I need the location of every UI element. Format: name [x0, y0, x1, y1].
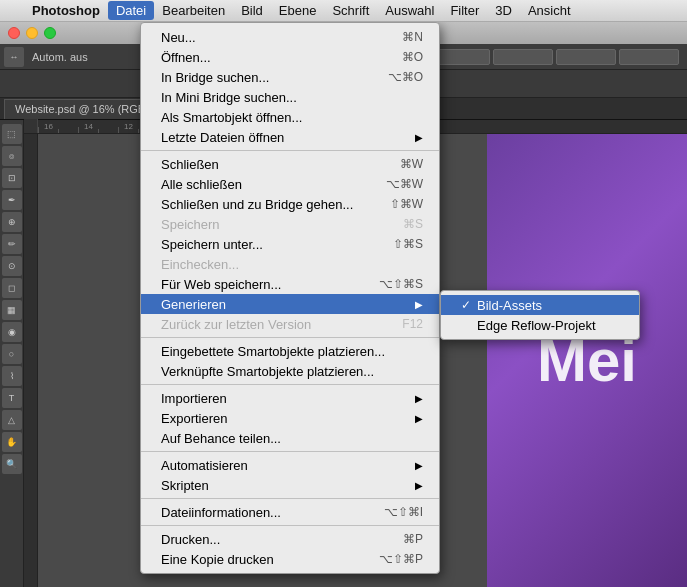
- eraser-tool-icon[interactable]: ◻: [2, 278, 22, 298]
- ruler-corner: [24, 119, 38, 133]
- clone-tool-icon[interactable]: ⊙: [2, 256, 22, 276]
- menu-auswahl[interactable]: Auswahl: [377, 1, 442, 20]
- submenu-item-bild-assets[interactable]: ✓ Bild-Assets: [441, 295, 639, 315]
- maximize-button[interactable]: [44, 27, 56, 39]
- toolbar-option-2: [493, 49, 553, 65]
- hand-tool-icon[interactable]: ✋: [2, 432, 22, 452]
- separator-5: [141, 498, 439, 499]
- menu-item-letzte-version: Zurück zur letzten Version F12: [141, 314, 439, 334]
- left-tool-panel: ⬚ ⌾ ⊡ ✒ ⊕ ✏ ⊙ ◻ ▦ ◉ ○ ⌇ T △ ✋ 🔍: [0, 120, 24, 587]
- type-tool-icon[interactable]: T: [2, 388, 22, 408]
- canvas-content: Mei: [487, 134, 687, 587]
- separator-3: [141, 384, 439, 385]
- menu-ebene[interactable]: Ebene: [271, 1, 325, 20]
- dodge-tool-icon[interactable]: ○: [2, 344, 22, 364]
- ruler-vertical: [24, 134, 38, 587]
- menu-item-neu[interactable]: Neu... ⌘N: [141, 27, 439, 47]
- menu-item-skripten[interactable]: Skripten ▶: [141, 475, 439, 495]
- menu-item-generieren[interactable]: Generieren ▶: [141, 294, 439, 314]
- menu-ansicht[interactable]: Ansicht: [520, 1, 579, 20]
- edge-reflow-label: Edge Reflow-Projekt: [477, 318, 596, 333]
- crop-tool-icon[interactable]: ⊡: [2, 168, 22, 188]
- menu-item-drucken[interactable]: Drucken... ⌘P: [141, 529, 439, 549]
- menu-item-schliessen-bridge[interactable]: Schließen und zu Bridge gehen... ⇧⌘W: [141, 194, 439, 214]
- autom-label: Autom. aus: [32, 51, 88, 63]
- menu-schrift[interactable]: Schrift: [324, 1, 377, 20]
- menu-item-schliessen[interactable]: Schließen ⌘W: [141, 154, 439, 174]
- submenu-item-edge-reflow[interactable]: ✓ Edge Reflow-Projekt: [441, 315, 639, 335]
- menu-item-fuer-web[interactable]: Für Web speichern... ⌥⇧⌘S: [141, 274, 439, 294]
- close-button[interactable]: [8, 27, 20, 39]
- menubar: Photoshop Datei Bearbeiten Bild Ebene Sc…: [0, 0, 687, 22]
- selection-tool-icon[interactable]: ⬚: [2, 124, 22, 144]
- separator-6: [141, 525, 439, 526]
- menu-item-importieren[interactable]: Importieren ▶: [141, 388, 439, 408]
- lasso-tool-icon[interactable]: ⌾: [2, 146, 22, 166]
- menu-item-alle-schliessen[interactable]: Alle schließen ⌥⌘W: [141, 174, 439, 194]
- app-name[interactable]: Photoshop: [24, 1, 108, 20]
- heal-tool-icon[interactable]: ⊕: [2, 212, 22, 232]
- datei-dropdown-menu[interactable]: Neu... ⌘N Öffnen... ⌘O In Bridge suchen.…: [140, 22, 440, 574]
- menu-filter[interactable]: Filter: [442, 1, 487, 20]
- menu-item-bridge[interactable]: In Bridge suchen... ⌥⌘O: [141, 67, 439, 87]
- toolbar-option-3: [556, 49, 616, 65]
- menu-item-speichern: Speichern ⌘S: [141, 214, 439, 234]
- generieren-submenu[interactable]: ✓ Bild-Assets ✓ Edge Reflow-Projekt: [440, 290, 640, 340]
- separator-1: [141, 150, 439, 151]
- minimize-button[interactable]: [26, 27, 38, 39]
- brush-tool-icon[interactable]: ✏: [2, 234, 22, 254]
- menu-datei[interactable]: Datei: [108, 1, 154, 20]
- gradient-tool-icon[interactable]: ▦: [2, 300, 22, 320]
- checkmark-icon: ✓: [461, 298, 471, 312]
- menu-bearbeiten[interactable]: Bearbeiten: [154, 1, 233, 20]
- toolbar-option-4: [619, 49, 679, 65]
- pen-tool-icon[interactable]: ⌇: [2, 366, 22, 386]
- move-tool[interactable]: ↔: [4, 47, 24, 67]
- eyedropper-tool-icon[interactable]: ✒: [2, 190, 22, 210]
- menu-item-automatisieren[interactable]: Automatisieren ▶: [141, 455, 439, 475]
- menu-item-speichern-unter[interactable]: Speichern unter... ⇧⌘S: [141, 234, 439, 254]
- separator-4: [141, 451, 439, 452]
- menu-item-kopie-drucken[interactable]: Eine Kopie drucken ⌥⇧⌘P: [141, 549, 439, 569]
- menu-item-oeffnen[interactable]: Öffnen... ⌘O: [141, 47, 439, 67]
- menu-3d[interactable]: 3D: [487, 1, 520, 20]
- menu-item-letzte-dateien[interactable]: Letzte Dateien öffnen ▶: [141, 127, 439, 147]
- separator-2: [141, 337, 439, 338]
- menu-item-exportieren[interactable]: Exportieren ▶: [141, 408, 439, 428]
- menu-bild[interactable]: Bild: [233, 1, 271, 20]
- tab-label: Website.psd @ 16% (RGB/8): [15, 103, 158, 115]
- menu-item-smartobjekt-oeffnen[interactable]: Als Smartobjekt öffnen...: [141, 107, 439, 127]
- menu-item-mini-bridge[interactable]: In Mini Bridge suchen...: [141, 87, 439, 107]
- zoom-tool-icon[interactable]: 🔍: [2, 454, 22, 474]
- blur-tool-icon[interactable]: ◉: [2, 322, 22, 342]
- menu-item-dateiinfo[interactable]: Dateiinformationen... ⌥⇧⌘I: [141, 502, 439, 522]
- menu-item-eingebettete[interactable]: Eingebettete Smartobjekte platzieren...: [141, 341, 439, 361]
- menu-item-einchecken: Einchecken...: [141, 254, 439, 274]
- path-tool-icon[interactable]: △: [2, 410, 22, 430]
- menu-item-behance[interactable]: Auf Behance teilen...: [141, 428, 439, 448]
- bild-assets-label: Bild-Assets: [477, 298, 542, 313]
- menu-item-verknuepfte[interactable]: Verknüpfte Smartobjekte platzieren...: [141, 361, 439, 381]
